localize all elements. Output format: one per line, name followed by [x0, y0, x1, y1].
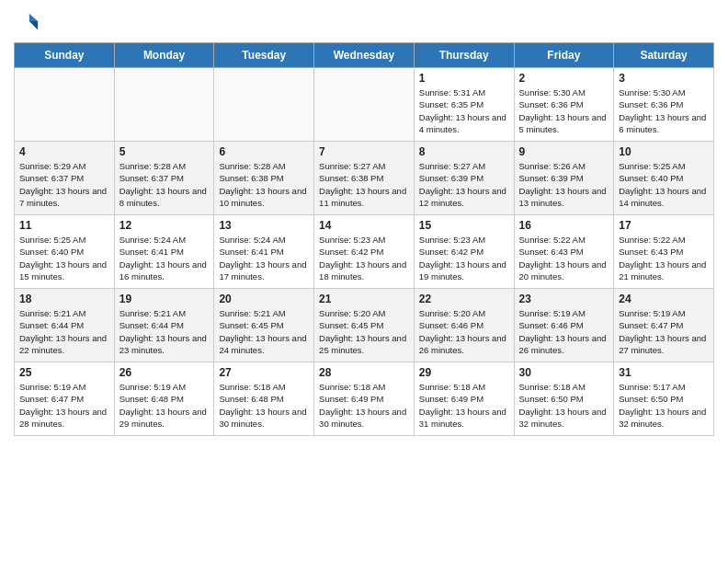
calendar-cell: [114, 68, 214, 142]
weekday-header-saturday: Saturday: [614, 43, 714, 68]
calendar-cell: 15Sunrise: 5:23 AM Sunset: 6:42 PM Dayli…: [414, 215, 514, 289]
calendar-cell: 22Sunrise: 5:20 AM Sunset: 6:46 PM Dayli…: [414, 289, 514, 362]
day-info: Sunrise: 5:26 AM Sunset: 6:39 PM Dayligh…: [519, 160, 609, 209]
day-number: 11: [19, 219, 109, 232]
day-number: 20: [219, 293, 309, 305]
day-number: 5: [119, 145, 210, 158]
weekday-header-tuesday: Tuesday: [214, 43, 314, 68]
calendar-cell: 23Sunrise: 5:19 AM Sunset: 6:46 PM Dayli…: [514, 289, 614, 362]
day-info: Sunrise: 5:27 AM Sunset: 6:39 PM Dayligh…: [419, 160, 509, 209]
day-number: 18: [19, 293, 109, 305]
calendar-cell: [214, 68, 314, 142]
day-number: 14: [319, 219, 409, 232]
day-info: Sunrise: 5:30 AM Sunset: 6:36 PM Dayligh…: [619, 86, 709, 135]
day-number: 15: [419, 219, 509, 232]
calendar-cell: 4Sunrise: 5:29 AM Sunset: 6:37 PM Daylig…: [15, 142, 115, 215]
calendar-cell: 20Sunrise: 5:21 AM Sunset: 6:45 PM Dayli…: [214, 289, 314, 362]
day-number: 22: [419, 293, 509, 305]
day-number: 6: [219, 145, 309, 158]
weekday-header-sunday: Sunday: [15, 43, 115, 68]
calendar-cell: 28Sunrise: 5:18 AM Sunset: 6:49 PM Dayli…: [314, 362, 415, 436]
calendar-cell: 11Sunrise: 5:25 AM Sunset: 6:40 PM Dayli…: [15, 215, 115, 289]
calendar-cell: 1Sunrise: 5:31 AM Sunset: 6:35 PM Daylig…: [414, 68, 514, 142]
calendar-cell: 2Sunrise: 5:30 AM Sunset: 6:36 PM Daylig…: [514, 68, 614, 142]
day-number: 30: [519, 366, 609, 379]
day-info: Sunrise: 5:27 AM Sunset: 6:38 PM Dayligh…: [319, 160, 409, 209]
day-info: Sunrise: 5:30 AM Sunset: 6:36 PM Dayligh…: [519, 86, 609, 135]
calendar-cell: 9Sunrise: 5:26 AM Sunset: 6:39 PM Daylig…: [514, 142, 614, 215]
calendar-cell: 17Sunrise: 5:22 AM Sunset: 6:43 PM Dayli…: [614, 215, 714, 289]
calendar-cell: 27Sunrise: 5:18 AM Sunset: 6:48 PM Dayli…: [214, 362, 314, 436]
day-info: Sunrise: 5:18 AM Sunset: 6:50 PM Dayligh…: [519, 381, 609, 430]
calendar-cell: 26Sunrise: 5:19 AM Sunset: 6:48 PM Dayli…: [114, 362, 214, 436]
day-number: 16: [519, 219, 609, 232]
calendar-cell: 3Sunrise: 5:30 AM Sunset: 6:36 PM Daylig…: [614, 68, 714, 142]
week-row-3: 11Sunrise: 5:25 AM Sunset: 6:40 PM Dayli…: [15, 215, 714, 289]
calendar-cell: [15, 68, 115, 142]
day-number: 7: [319, 145, 409, 158]
day-info: Sunrise: 5:31 AM Sunset: 6:35 PM Dayligh…: [419, 86, 509, 135]
day-info: Sunrise: 5:21 AM Sunset: 6:44 PM Dayligh…: [19, 307, 109, 356]
svg-marker-0: [29, 14, 38, 21]
day-number: 1: [419, 72, 509, 85]
calendar-table: SundayMondayTuesdayWednesdayThursdayFrid…: [14, 42, 714, 436]
weekday-header-friday: Friday: [514, 43, 614, 68]
calendar-cell: 14Sunrise: 5:23 AM Sunset: 6:42 PM Dayli…: [314, 215, 415, 289]
day-info: Sunrise: 5:22 AM Sunset: 6:43 PM Dayligh…: [519, 234, 609, 282]
calendar-cell: [314, 68, 415, 142]
calendar-cell: 16Sunrise: 5:22 AM Sunset: 6:43 PM Dayli…: [514, 215, 614, 289]
day-info: Sunrise: 5:25 AM Sunset: 6:40 PM Dayligh…: [19, 234, 109, 282]
day-info: Sunrise: 5:21 AM Sunset: 6:45 PM Dayligh…: [219, 307, 309, 356]
calendar-cell: 29Sunrise: 5:18 AM Sunset: 6:49 PM Dayli…: [414, 362, 514, 436]
day-info: Sunrise: 5:19 AM Sunset: 6:48 PM Dayligh…: [119, 381, 210, 430]
day-number: 9: [519, 145, 609, 158]
calendar-cell: 18Sunrise: 5:21 AM Sunset: 6:44 PM Dayli…: [15, 289, 115, 362]
day-number: 31: [619, 366, 709, 379]
calendar-cell: 6Sunrise: 5:28 AM Sunset: 6:38 PM Daylig…: [214, 142, 314, 215]
day-number: 25: [19, 366, 109, 379]
calendar-cell: 12Sunrise: 5:24 AM Sunset: 6:41 PM Dayli…: [114, 215, 214, 289]
calendar-cell: 10Sunrise: 5:25 AM Sunset: 6:40 PM Dayli…: [614, 142, 714, 215]
day-number: 23: [519, 293, 609, 305]
svg-marker-1: [29, 21, 38, 29]
calendar-cell: 31Sunrise: 5:17 AM Sunset: 6:50 PM Dayli…: [614, 362, 714, 436]
weekday-header-thursday: Thursday: [414, 43, 514, 68]
day-info: Sunrise: 5:21 AM Sunset: 6:44 PM Dayligh…: [119, 307, 210, 356]
day-info: Sunrise: 5:24 AM Sunset: 6:41 PM Dayligh…: [219, 234, 309, 282]
day-number: 8: [419, 145, 509, 158]
calendar-cell: 21Sunrise: 5:20 AM Sunset: 6:45 PM Dayli…: [314, 289, 415, 362]
day-info: Sunrise: 5:19 AM Sunset: 6:46 PM Dayligh…: [519, 307, 609, 356]
day-number: 29: [419, 366, 509, 379]
week-row-4: 18Sunrise: 5:21 AM Sunset: 6:44 PM Dayli…: [15, 289, 714, 362]
day-number: 17: [619, 219, 709, 232]
day-info: Sunrise: 5:22 AM Sunset: 6:43 PM Dayligh…: [619, 234, 709, 282]
day-info: Sunrise: 5:18 AM Sunset: 6:49 PM Dayligh…: [319, 381, 409, 430]
logo-icon: [14, 9, 40, 35]
day-number: 3: [619, 72, 709, 85]
day-info: Sunrise: 5:20 AM Sunset: 6:45 PM Dayligh…: [319, 307, 409, 356]
weekday-header-monday: Monday: [114, 43, 214, 68]
calendar-cell: 5Sunrise: 5:28 AM Sunset: 6:37 PM Daylig…: [114, 142, 214, 215]
day-info: Sunrise: 5:18 AM Sunset: 6:49 PM Dayligh…: [419, 381, 509, 430]
day-number: 21: [319, 293, 409, 305]
day-info: Sunrise: 5:25 AM Sunset: 6:40 PM Dayligh…: [619, 160, 709, 209]
day-info: Sunrise: 5:23 AM Sunset: 6:42 PM Dayligh…: [419, 234, 509, 282]
calendar-cell: 25Sunrise: 5:19 AM Sunset: 6:47 PM Dayli…: [15, 362, 115, 436]
day-number: 10: [619, 145, 709, 158]
day-info: Sunrise: 5:19 AM Sunset: 6:47 PM Dayligh…: [619, 307, 709, 356]
day-number: 2: [519, 72, 609, 85]
day-number: 4: [19, 145, 109, 158]
calendar-cell: 30Sunrise: 5:18 AM Sunset: 6:50 PM Dayli…: [514, 362, 614, 436]
logo: [14, 9, 43, 35]
day-info: Sunrise: 5:24 AM Sunset: 6:41 PM Dayligh…: [119, 234, 210, 282]
week-row-2: 4Sunrise: 5:29 AM Sunset: 6:37 PM Daylig…: [15, 142, 714, 215]
calendar-cell: 13Sunrise: 5:24 AM Sunset: 6:41 PM Dayli…: [214, 215, 314, 289]
weekday-header-wednesday: Wednesday: [314, 43, 415, 68]
calendar-cell: 8Sunrise: 5:27 AM Sunset: 6:39 PM Daylig…: [414, 142, 514, 215]
day-info: Sunrise: 5:18 AM Sunset: 6:48 PM Dayligh…: [219, 381, 309, 430]
day-number: 13: [219, 219, 309, 232]
day-number: 19: [119, 293, 210, 305]
day-info: Sunrise: 5:20 AM Sunset: 6:46 PM Dayligh…: [419, 307, 509, 356]
calendar-cell: 19Sunrise: 5:21 AM Sunset: 6:44 PM Dayli…: [114, 289, 214, 362]
calendar-cell: 7Sunrise: 5:27 AM Sunset: 6:38 PM Daylig…: [314, 142, 415, 215]
